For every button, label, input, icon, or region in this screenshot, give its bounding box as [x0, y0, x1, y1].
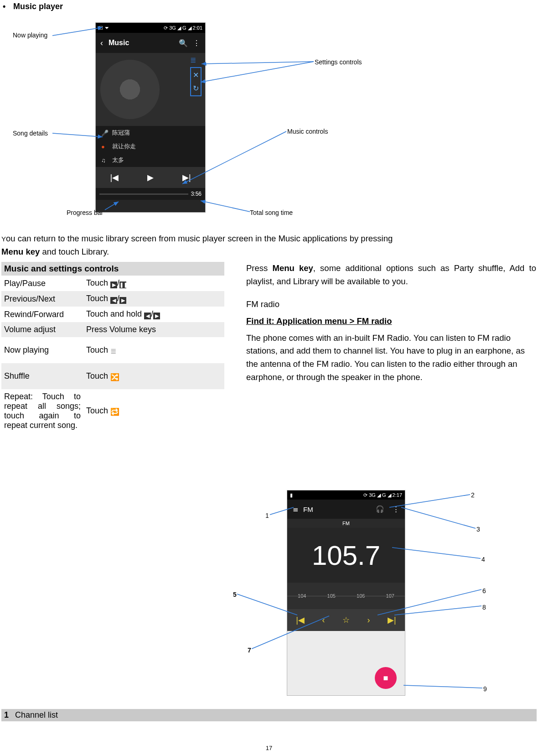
svg-line-15 [404, 685, 482, 688]
step-next-icon[interactable]: › [367, 615, 370, 625]
fm-body-area: ■ [287, 631, 405, 695]
next-icon: ▶ [153, 313, 160, 319]
page-number: 17 [0, 745, 538, 751]
album-art-area: ≣ ✕ ↻ [96, 53, 205, 126]
num-2: 2 [471, 491, 475, 499]
play-icon: ▶ [110, 282, 117, 288]
total-time: 3:56 [191, 191, 202, 197]
music-figure: Now playing Song details Progress bar Se… [0, 18, 538, 228]
svg-line-9 [401, 507, 476, 528]
row-label: Now playing [1, 337, 83, 363]
now-playing-dot: ● [101, 143, 108, 150]
channel-list-bar: 1 Channel list [1, 709, 537, 721]
status-right-2: ⟳ 3G ◢ G ◢ 2:17 [363, 492, 402, 498]
fm-top-bar: ≣ FM 🎧 ⋮ [287, 500, 405, 519]
num-7: 7 [248, 647, 251, 654]
back-icon[interactable]: ‹ [100, 38, 103, 48]
channel-list-num: 1 [1, 709, 15, 721]
song-3: 太多 [112, 156, 124, 164]
fm-label: FM [303, 506, 313, 513]
num-4: 4 [481, 556, 485, 563]
row-label: Volume adjust [1, 322, 83, 337]
fm-radio-mock: ▮ ⟳ 3G ◢ G ◢ 2:17 ≣ FM 🎧 ⋮ FM 105.7 104 … [287, 490, 405, 695]
callout-song-details: Song details [13, 130, 48, 137]
callout-total-time: Total song time [250, 209, 293, 216]
play-button[interactable]: ▶ [147, 172, 154, 182]
num-8: 8 [482, 604, 486, 611]
next-icon: ▶ [119, 297, 126, 304]
progress-bar[interactable] [99, 193, 188, 195]
scan-next-icon[interactable]: ▶| [388, 615, 396, 625]
transport-bar: |◀ ▶ ▶| [96, 167, 205, 188]
prev-button[interactable]: |◀ [110, 172, 119, 182]
right-column: Press Menu key, some additional options … [246, 262, 536, 387]
step-prev-icon[interactable]: ‹ [322, 615, 325, 625]
row-action: Touch ◀/▶ [83, 291, 224, 307]
album-disc [100, 60, 160, 119]
track-icon: ♫ [101, 157, 108, 164]
overflow-icon[interactable]: ⋮ [192, 39, 201, 47]
mic-icon: 🎤 [101, 130, 108, 136]
num-6: 6 [482, 587, 486, 594]
scan-prev-icon[interactable]: |◀ [296, 615, 305, 625]
heading-text: Music player [13, 2, 63, 11]
row-action: Touch ≣ [83, 337, 224, 363]
song-2: 就让你走 [112, 142, 136, 151]
menu-key-2: Menu key [272, 263, 313, 273]
para1-pre: ou can return to the music library scree… [6, 234, 393, 243]
status-right: ⟳ 3G ◢ G ◢ 2:01 [164, 25, 202, 31]
small-cap-y: Y [1, 235, 6, 243]
shuffle-icon[interactable]: ✕ [193, 71, 199, 79]
row-label: Previous/Next [1, 291, 83, 307]
headphone-icon[interactable]: 🎧 [376, 505, 384, 513]
record-fab[interactable]: ■ [375, 667, 397, 689]
callout-settings-ctrls: Settings controls [315, 58, 362, 66]
music-player-mock: ☐ ⏷ ⟳ 3G ◢ G ◢ 2:01 ‹ Music 🔍 ⋮ ≣ ✕ ↻ [96, 23, 205, 212]
next-button[interactable]: ▶| [182, 172, 191, 182]
dial-tick: 106 [357, 593, 365, 599]
queue-icon: ≣ [110, 347, 116, 355]
fm-controls: |◀ ‹ ☆ › ▶| [287, 609, 405, 631]
num-5: 5 [233, 591, 237, 598]
num-9: 9 [483, 685, 487, 693]
search-icon[interactable]: 🔍 [179, 39, 187, 47]
section-heading: • Music player [3, 2, 63, 11]
dial-tick: 107 [386, 593, 394, 599]
song-1: 陈冠蒲 [112, 129, 130, 137]
svg-line-1 [52, 133, 103, 137]
status-left: ☐ ⏷ [98, 25, 109, 31]
callout-music-ctrls: Music controls [287, 128, 328, 135]
intro-paragraph: You can return to the music library scre… [1, 232, 535, 258]
repeat-icon[interactable]: ↻ [193, 84, 199, 93]
fm-overflow-icon[interactable]: ⋮ [393, 505, 399, 513]
table-header: Music and settings controls [1, 262, 224, 276]
num-3: 3 [476, 526, 480, 533]
dial-tick: 105 [327, 593, 336, 599]
queue-icon[interactable]: ≣ [190, 56, 202, 64]
svg-line-13 [394, 606, 481, 615]
svg-line-4 [201, 62, 314, 82]
progress-bar-row: 3:56 [96, 188, 205, 200]
svg-line-6 [201, 201, 250, 212]
dial-tick: 104 [298, 593, 306, 599]
menu-key-1: Menu key [1, 247, 40, 256]
fm-head-strip: FM [287, 519, 405, 528]
bullet-icon: • [3, 2, 11, 11]
favorite-icon[interactable]: ☆ [342, 615, 350, 625]
row-action: Press Volume keys [83, 322, 224, 337]
channel-list-label: Channel list [15, 709, 58, 721]
status-bar-2: ▮ ⟳ 3G ◢ G ◢ 2:17 [287, 490, 405, 500]
song-list: 🎤陈冠蒲 ●就让你走 ♫太多 [96, 126, 205, 167]
para1-post: and touch Library. [40, 247, 109, 256]
status-left-2: ▮ [290, 492, 293, 498]
svg-line-0 [52, 27, 103, 36]
channel-list-icon[interactable]: ≣ [293, 505, 299, 513]
fm-dial[interactable]: 104 105 106 107 [287, 583, 405, 609]
fm-body: The phone comes with an in-built FM Radi… [246, 332, 536, 384]
callout-now-playing: Now playing [13, 31, 47, 39]
app-bar: ‹ Music 🔍 ⋮ [96, 33, 205, 53]
fm-figure: ▮ ⟳ 3G ◢ G ◢ 2:17 ≣ FM 🎧 ⋮ FM 105.7 104 … [228, 488, 533, 698]
repeat-icon: 🔁 [110, 407, 119, 416]
rp1-pre: Press [246, 263, 272, 273]
svg-line-3 [202, 62, 314, 64]
